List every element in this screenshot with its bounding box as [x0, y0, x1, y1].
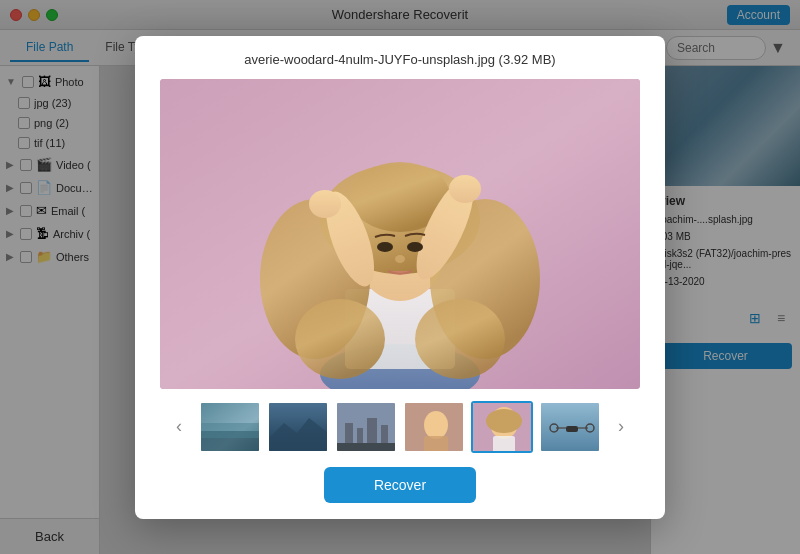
- modal-overlay: averie-woodard-4nulm-JUYFo-unsplash.jpg …: [0, 0, 800, 554]
- svg-rect-38: [566, 426, 578, 432]
- modal-image-svg: [160, 79, 640, 389]
- thumb3-image: [337, 403, 397, 453]
- svg-rect-29: [337, 443, 397, 453]
- svg-point-10: [415, 299, 505, 379]
- preview-modal: averie-woodard-4nulm-JUYFo-unsplash.jpg …: [135, 36, 665, 519]
- prev-thumbnail-button[interactable]: ‹: [165, 413, 193, 441]
- thumbnail-strip: ‹: [165, 401, 635, 453]
- modal-recover-button[interactable]: Recover: [324, 467, 476, 503]
- svg-rect-36: [493, 436, 515, 453]
- svg-rect-21: [201, 423, 261, 438]
- svg-point-16: [377, 242, 393, 252]
- thumb2-image: [269, 403, 329, 453]
- svg-point-18: [395, 255, 405, 263]
- thumbnail-1[interactable]: [199, 401, 261, 453]
- thumbnail-5[interactable]: [471, 401, 533, 453]
- thumbnail-4[interactable]: [403, 401, 465, 453]
- svg-rect-32: [424, 436, 448, 453]
- svg-point-31: [424, 411, 448, 439]
- svg-point-9: [295, 299, 385, 379]
- thumbnail-6[interactable]: [539, 401, 601, 453]
- svg-point-35: [486, 409, 522, 433]
- thumbnail-3[interactable]: [335, 401, 397, 453]
- thumb4-image: [405, 403, 465, 453]
- thumb5-image: [473, 403, 533, 453]
- modal-image-title: averie-woodard-4nulm-JUYFo-unsplash.jpg …: [244, 52, 555, 67]
- modal-main-image: [160, 79, 640, 389]
- thumbnail-2[interactable]: [267, 401, 329, 453]
- thumb6-image: [541, 403, 601, 453]
- svg-point-14: [309, 190, 341, 218]
- thumb1-image: [201, 403, 261, 453]
- svg-point-17: [407, 242, 423, 252]
- svg-point-15: [449, 175, 481, 203]
- next-thumbnail-button[interactable]: ›: [607, 413, 635, 441]
